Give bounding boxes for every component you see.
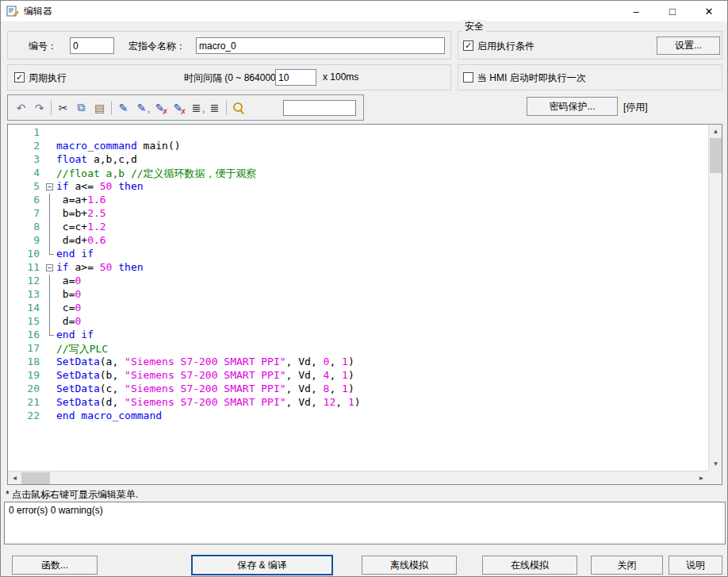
code-text: d=d+0.6 <box>56 234 106 248</box>
code-line[interactable]: 13 b=0 <box>8 288 708 302</box>
scroll-right-icon[interactable]: ► <box>695 471 708 485</box>
number-input[interactable] <box>70 37 114 54</box>
fold-gutter <box>44 315 56 329</box>
cut-icon[interactable]: ✂ <box>54 99 72 117</box>
line-number: 6 <box>8 194 44 207</box>
copy-icon[interactable]: ⧉ <box>72 99 90 117</box>
periodic-checkbox[interactable]: ✓ <box>14 72 25 83</box>
vertical-scrollbar[interactable]: ▲ ▼ <box>708 125 722 471</box>
enable-condition-checkbox[interactable]: ✓ <box>463 40 473 51</box>
offline-sim-button[interactable]: 离线模拟 <box>362 556 457 575</box>
fold-gutter[interactable]: − <box>44 180 56 194</box>
line-number: 17 <box>8 342 44 356</box>
code-line[interactable]: 7 b=b+2.5 <box>8 207 708 221</box>
code-line[interactable]: 12 a=0 <box>8 275 708 288</box>
close-dialog-button[interactable]: 关闭 <box>591 556 663 575</box>
bookmark-toggle-icon[interactable]: ✎ <box>114 99 132 117</box>
editor-window: 编辑器 – □ ✕ 编号： 宏指令名称： 安全 ✓ 启用执行条件 设置... ✓… <box>0 0 728 577</box>
redo-icon[interactable]: ↷ <box>30 99 48 117</box>
online-sim-button[interactable]: 在线模拟 <box>482 556 577 575</box>
code-line[interactable]: 21SetData(d, "Siemens S7-200 SMART PPI",… <box>8 396 708 410</box>
hint-text: * 点击鼠标右键可显示编辑菜单. <box>6 488 138 502</box>
horizontal-scroll-thumb[interactable] <box>21 472 50 484</box>
code-line[interactable]: 9 d=d+0.6 <box>8 234 708 248</box>
find-icon[interactable] <box>229 99 247 117</box>
compile-output[interactable]: 0 error(s) 0 warning(s) <box>4 502 726 544</box>
code-text: if a<= 50 then <box>56 180 144 194</box>
code-editor[interactable]: 12macro_command main()3float a,b,c,d4//f… <box>7 124 722 485</box>
code-line[interactable]: 10end if <box>8 248 708 261</box>
bookmark-clear-all-icon[interactable]: ✎ ✗ <box>169 99 187 117</box>
line-number: 10 <box>8 248 44 261</box>
fold-gutter <box>44 356 56 369</box>
next-mark-icon: › <box>202 109 205 116</box>
code-text: b=b+2.5 <box>56 207 106 221</box>
interval-input[interactable] <box>275 69 316 86</box>
settings-button[interactable]: 设置... <box>657 37 720 55</box>
interval-unit-label: x 100ms <box>323 71 358 83</box>
fold-gutter <box>44 167 56 180</box>
help-button[interactable]: 说明 <box>669 556 722 575</box>
fold-gutter[interactable]: − <box>44 261 56 275</box>
code-line[interactable]: 5−if a<= 50 then <box>8 180 708 194</box>
fold-collapse-icon[interactable]: − <box>46 183 53 190</box>
code-line[interactable]: 17//写入PLC <box>8 342 708 356</box>
vertical-scroll-thumb[interactable] <box>710 138 722 173</box>
line-number: 13 <box>8 288 44 302</box>
code-text: SetData(b, "Siemens S7-200 SMART PPI", V… <box>56 369 354 383</box>
code-line[interactable]: 4//float a,b //定义循环数据，便于观察 <box>8 167 708 180</box>
fold-corner-mark <box>49 329 54 336</box>
code-line[interactable]: 16end if <box>8 329 708 342</box>
scroll-down-icon[interactable]: ▼ <box>709 457 722 471</box>
code-line[interactable]: 19SetData(b, "Siemens S7-200 SMART PPI",… <box>8 369 708 383</box>
search-input[interactable] <box>283 100 356 116</box>
undo-icon[interactable]: ↶ <box>12 99 30 117</box>
group-basic: 编号： 宏指令名称： <box>7 31 451 60</box>
fold-line-mark <box>49 275 50 288</box>
code-lines[interactable]: 12macro_command main()3float a,b,c,d4//f… <box>8 125 708 471</box>
bookmark-clear-icon[interactable]: ✎ ✗ <box>151 99 169 117</box>
checkmark-icon: ✓ <box>16 73 23 82</box>
bookmark-next-icon[interactable]: ✎ › <box>132 99 151 117</box>
maximize-button[interactable]: □ <box>654 1 691 21</box>
goto-line-list-icon[interactable]: ≣ › <box>187 99 205 117</box>
code-line[interactable]: 18SetData(a, "Siemens S7-200 SMART PPI",… <box>8 356 708 369</box>
code-line[interactable]: 6 a=a+1.6 <box>8 194 708 207</box>
scroll-left-icon[interactable]: ◄ <box>8 471 21 485</box>
macro-name-input[interactable] <box>196 37 445 54</box>
save-compile-button[interactable]: 保存 & 编译 <box>191 555 333 575</box>
enable-condition-label: 启用执行条件 <box>477 40 535 53</box>
scroll-up-icon[interactable]: ▲ <box>709 125 722 138</box>
code-line[interactable]: 2macro_command main() <box>8 140 708 153</box>
code-line[interactable]: 11−if a>= 50 then <box>8 261 708 275</box>
code-text: float a,b,c,d <box>56 153 137 167</box>
password-protect-button[interactable]: 密码保护... <box>527 97 618 116</box>
line-number: 14 <box>8 302 44 315</box>
group-startup: 当 HMI 启动时即执行一次 <box>458 64 722 90</box>
line-number: 2 <box>8 140 44 153</box>
code-line[interactable]: 20SetData(c, "Siemens S7-200 SMART PPI",… <box>8 383 708 396</box>
fold-gutter <box>44 221 56 234</box>
code-line[interactable]: 3float a,b,c,d <box>8 153 708 167</box>
code-line[interactable]: 1 <box>8 126 708 140</box>
close-button[interactable]: ✕ <box>691 1 727 21</box>
code-text: SetData(d, "Siemens S7-200 SMART PPI", V… <box>56 396 361 410</box>
minimize-button[interactable]: – <box>618 1 654 21</box>
code-line[interactable]: 15 d=0 <box>8 315 708 329</box>
code-line[interactable]: 22end macro_command <box>8 410 708 423</box>
fold-gutter <box>44 369 56 383</box>
fold-line-mark <box>49 302 50 315</box>
password-status-label: [停用] <box>623 101 648 114</box>
startup-checkbox[interactable] <box>463 72 473 83</box>
code-line[interactable]: 14 c=0 <box>8 302 708 315</box>
code-line[interactable]: 8 c=c+1.2 <box>8 221 708 234</box>
functions-button[interactable]: 函数... <box>12 556 98 575</box>
fold-line-mark <box>49 315 50 329</box>
output-list-icon[interactable]: ≣ <box>205 99 224 117</box>
horizontal-scrollbar[interactable]: ◄ ► <box>8 471 708 484</box>
fold-gutter <box>44 248 56 261</box>
paste-icon[interactable]: ▤ <box>90 99 109 117</box>
interval-label: 时间间隔 (0 ~ 864000)： <box>184 71 289 85</box>
fold-collapse-icon[interactable]: − <box>46 264 53 271</box>
line-number: 18 <box>8 356 44 369</box>
